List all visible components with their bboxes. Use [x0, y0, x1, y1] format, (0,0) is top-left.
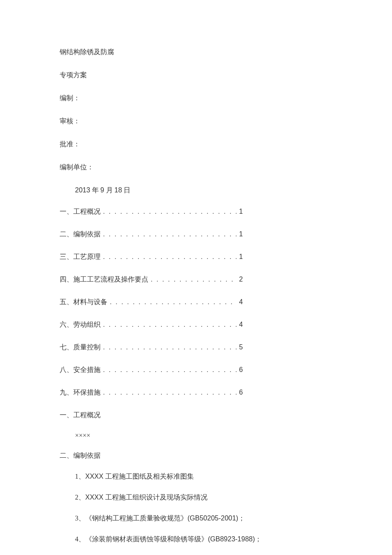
toc-page: 4 — [236, 321, 243, 328]
toc-page: 1 — [236, 230, 243, 238]
doc-title: 钢结构除锈及防腐 — [60, 47, 332, 57]
toc-dots — [103, 366, 236, 374]
toc-dots — [151, 276, 236, 283]
toc-entry: 四、施工工艺流程及操作要点 2 — [60, 275, 243, 284]
toc-entry: 二、编制依据 1 — [60, 230, 243, 239]
toc-label: 九、环保措施 — [60, 388, 103, 397]
basis-item: 3、《钢结构工程施工质量验收规范》(GB50205-2001)； — [75, 514, 332, 523]
toc-dots — [103, 344, 236, 351]
toc-page: 6 — [236, 389, 243, 396]
toc-page: 1 — [236, 208, 243, 215]
toc-dots — [103, 231, 236, 238]
compiled-unit-label: 编制单位： — [60, 162, 332, 172]
date-month: 9 — [101, 186, 104, 194]
section-head-2: 二、编制依据 — [60, 451, 332, 460]
toc-dots — [110, 299, 236, 306]
toc-label: 五、材料与设备 — [60, 298, 110, 307]
toc-entry: 九、环保措施 6 — [60, 388, 243, 397]
toc-label: 三、工艺原理 — [60, 253, 103, 262]
toc-page: 2 — [236, 276, 243, 283]
toc-dots — [103, 253, 236, 261]
toc-label: 四、施工工艺流程及操作要点 — [60, 275, 151, 284]
basis-item: 1、XXXX 工程施工图纸及相关标准图集 — [75, 472, 332, 481]
toc-page: 1 — [236, 253, 243, 261]
toc-entry: 七、质量控制 5 — [60, 343, 243, 352]
toc-dots — [103, 208, 236, 215]
toc-page: 5 — [236, 343, 243, 351]
toc-entry: 五、材料与设备 4 — [60, 298, 243, 307]
toc-label: 六、劳动组织 — [60, 320, 103, 329]
toc-entry: 六、劳动组织 4 — [60, 320, 243, 329]
toc-label: 八、安全措施 — [60, 366, 103, 375]
toc-entry: 一、工程概况 1 — [60, 207, 243, 216]
toc-dots — [103, 389, 236, 396]
approved-by-label: 批准： — [60, 139, 332, 149]
toc-page: 6 — [236, 366, 243, 374]
doc-date: 2013 年 9 月 18 日 — [75, 185, 332, 195]
document-page: 钢结构除锈及防腐 专项方案 编制： 审核： 批准： 编制单位： 2013 年 9… — [0, 0, 392, 555]
toc-entry: 八、安全措施 6 — [60, 366, 243, 375]
toc-label: 七、质量控制 — [60, 343, 103, 352]
toc-label: 二、编制依据 — [60, 230, 103, 239]
reviewed-by-label: 审核： — [60, 116, 332, 126]
toc-entry: 三、工艺原理 1 — [60, 253, 243, 262]
basis-item: 4、《涂装前钢材表面锈蚀等级和除锈等级》(GB8923-1988)； — [75, 535, 332, 544]
toc-dots — [103, 321, 236, 328]
toc-page: 4 — [236, 298, 243, 306]
date-day: 18 — [115, 186, 122, 194]
section-head-1: 一、工程概况 — [60, 411, 332, 420]
toc-label: 一、工程概况 — [60, 207, 103, 216]
doc-subtitle: 专项方案 — [60, 70, 332, 80]
section-body-1: ×××× — [75, 432, 332, 439]
compiled-by-label: 编制： — [60, 93, 332, 103]
basis-item: 2、XXXX 工程施工组织设计及现场实际情况 — [75, 493, 332, 502]
date-year: 2013 — [75, 186, 90, 194]
